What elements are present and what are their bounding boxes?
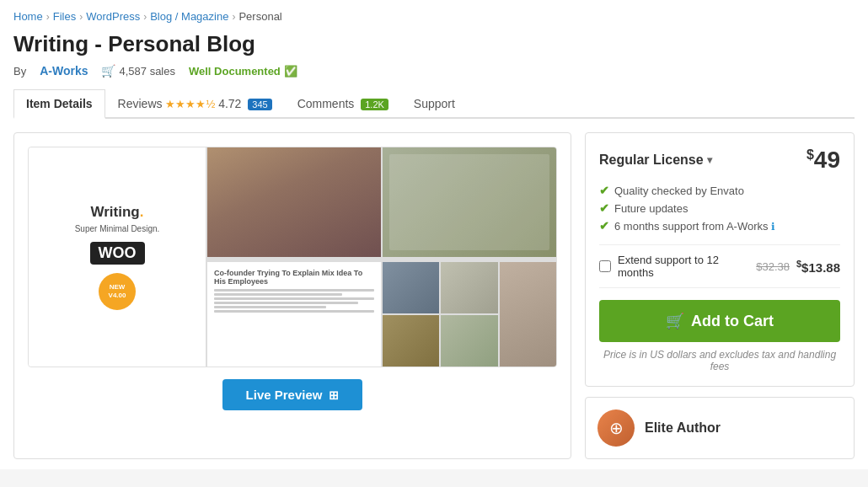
well-documented-label: Well Documented bbox=[189, 65, 281, 78]
right-panel: Regular License ▾ $49 ✔ Quality checked … bbox=[585, 132, 855, 459]
cart-icon: 🛒 bbox=[101, 64, 115, 78]
sales-count: 4,587 sales bbox=[119, 65, 175, 78]
live-preview-label: Live Preview bbox=[246, 388, 323, 402]
breadcrumb-sep-2: › bbox=[79, 11, 83, 23]
breadcrumb-sep-1: › bbox=[46, 11, 50, 23]
features-list: ✔ Quality checked by Envato ✔ Future upd… bbox=[599, 184, 840, 233]
comments-count-badge: 1.2K bbox=[361, 99, 388, 110]
tab-comments[interactable]: Comments 1.2K bbox=[285, 89, 401, 117]
add-to-cart-button[interactable]: 🛒 Add to Cart bbox=[599, 300, 840, 342]
extend-support-checkbox[interactable] bbox=[599, 260, 611, 272]
feature-support: ✔ 6 months support from A-Works ℹ bbox=[599, 219, 840, 233]
breadcrumb-files[interactable]: Files bbox=[53, 10, 76, 23]
page-title: Writing - Personal Blog bbox=[13, 31, 855, 57]
main-layout: Writing. Super Minimal Design. WOO NEW V… bbox=[13, 132, 855, 459]
tab-support[interactable]: Support bbox=[401, 89, 468, 117]
stars-icon: ★★★★½ bbox=[165, 98, 215, 110]
feature-support-label: 6 months support from A-Works ℹ bbox=[614, 220, 775, 233]
feature-quality-label: Quality checked by Envato bbox=[614, 185, 744, 197]
external-link-icon: ⊞ bbox=[329, 388, 339, 402]
cart-icon-btn: 🛒 bbox=[666, 312, 684, 330]
price-value: 49 bbox=[814, 147, 840, 173]
license-selector[interactable]: Regular License ▾ bbox=[599, 153, 712, 168]
by-label: By bbox=[13, 65, 26, 78]
dropdown-chevron-icon: ▾ bbox=[707, 154, 712, 166]
page-wrapper: Home › Files › WordPress › Blog / Magazi… bbox=[0, 0, 868, 469]
breadcrumb-current: Personal bbox=[238, 10, 281, 23]
woo-badge: WOO bbox=[90, 242, 145, 265]
tab-support-label: Support bbox=[414, 97, 455, 110]
tab-comments-label: Comments bbox=[297, 97, 355, 110]
check-circle-icon: ✅ bbox=[284, 65, 297, 78]
elite-author-icon: ⊕ bbox=[597, 409, 635, 447]
sales-info: 🛒 4,587 sales bbox=[101, 64, 175, 78]
info-icon[interactable]: ℹ bbox=[771, 221, 775, 233]
tab-reviews-label: Reviews bbox=[118, 97, 163, 110]
preview-tagline: Super Minimal Design. bbox=[75, 224, 160, 233]
breadcrumb-sep-3: › bbox=[143, 11, 147, 23]
extend-support-label: Extend support to 12 months bbox=[618, 254, 749, 279]
currency-symbol: $ bbox=[806, 147, 814, 162]
preview-kitchen-image bbox=[383, 147, 556, 257]
preview-logo: Writing. bbox=[91, 204, 144, 221]
tab-item-details[interactable]: Item Details bbox=[13, 89, 105, 119]
breadcrumb: Home › Files › WordPress › Blog / Magazi… bbox=[13, 10, 855, 23]
elite-badge-icon: ⊕ bbox=[609, 418, 624, 438]
extend-support-row: Extend support to 12 months $32.38 $$13.… bbox=[599, 244, 840, 288]
add-to-cart-label: Add to Cart bbox=[691, 313, 774, 330]
check-icon-3: ✔ bbox=[599, 219, 609, 233]
well-documented-badge: Well Documented ✅ bbox=[189, 65, 297, 78]
extend-price-new: $$13.88 bbox=[796, 259, 840, 275]
price-note: Price is in US dollars and excludes tax … bbox=[599, 349, 840, 372]
tabs-bar: Item Details Reviews ★★★★½ 4.72 345 Comm… bbox=[13, 89, 855, 119]
breadcrumb-wordpress[interactable]: WordPress bbox=[86, 10, 140, 23]
feature-updates: ✔ Future updates bbox=[599, 201, 840, 215]
check-icon-1: ✔ bbox=[599, 184, 609, 197]
breadcrumb-blog-magazine[interactable]: Blog / Magazine bbox=[150, 10, 228, 23]
new-badge: NEW V4.00 bbox=[99, 273, 136, 310]
license-price: $49 bbox=[806, 147, 840, 174]
tab-reviews[interactable]: Reviews ★★★★½ 4.72 345 bbox=[105, 89, 285, 117]
breadcrumb-home[interactable]: Home bbox=[13, 10, 43, 23]
license-title-label: Regular License bbox=[599, 153, 704, 168]
breadcrumb-sep-4: › bbox=[232, 11, 235, 23]
feature-updates-label: Future updates bbox=[614, 202, 688, 215]
elite-author-box: ⊕ Elite Author bbox=[585, 397, 855, 459]
preview-left-panel: Writing. Super Minimal Design. WOO NEW V… bbox=[29, 147, 206, 367]
preview-panel: Writing. Super Minimal Design. WOO NEW V… bbox=[13, 132, 571, 459]
preview-article-panel: Co-founder Trying To Explain Mix Idea To… bbox=[207, 262, 381, 367]
author-link[interactable]: A-Works bbox=[40, 64, 88, 78]
extend-price-old: $32.38 bbox=[756, 260, 790, 273]
feature-quality: ✔ Quality checked by Envato bbox=[599, 184, 840, 197]
reviews-rating: 4.72 bbox=[218, 97, 241, 110]
license-header: Regular License ▾ $49 bbox=[599, 147, 840, 174]
preview-couple-image bbox=[207, 147, 381, 257]
preview-mockup: Writing. Super Minimal Design. WOO NEW V… bbox=[28, 147, 557, 367]
live-preview-button[interactable]: Live Preview ⊞ bbox=[222, 379, 363, 410]
elite-author-label: Elite Author bbox=[645, 420, 721, 436]
license-box: Regular License ▾ $49 ✔ Quality checked … bbox=[585, 132, 855, 387]
meta-row: By A-Works 🛒 4,587 sales Well Documented… bbox=[13, 64, 855, 78]
check-icon-2: ✔ bbox=[599, 201, 609, 215]
preview-thumbnails bbox=[383, 262, 556, 367]
reviews-count-badge: 345 bbox=[248, 99, 271, 110]
